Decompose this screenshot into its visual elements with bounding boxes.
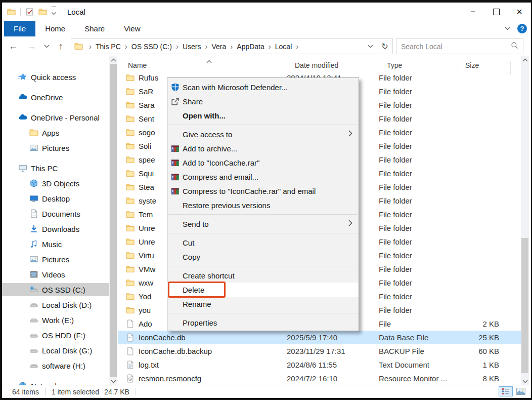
menu-item-restore-previous-versions[interactable]: Restore previous versions xyxy=(167,198,359,212)
sidebar-item-os-ssd-c[interactable]: OS SSD (C:) xyxy=(2,283,109,296)
file-type: File folder xyxy=(379,251,450,260)
large-icons-view-button[interactable] xyxy=(514,386,528,396)
forward-button[interactable]: → xyxy=(24,36,38,56)
tab-view[interactable]: View xyxy=(114,21,150,36)
sidebar-item-os-hdd-f[interactable]: OS HDD (F:) xyxy=(2,329,109,342)
tab-share[interactable]: Share xyxy=(75,21,114,36)
close-button[interactable]: × xyxy=(508,3,531,21)
sidebar-scrollbar-thumb[interactable] xyxy=(110,64,117,377)
sidebar-item-label: Local Disk (D:) xyxy=(42,301,92,309)
menu-item-cut[interactable]: Cut xyxy=(167,235,359,250)
sidebar-item-desktop[interactable]: Desktop xyxy=(2,192,109,205)
address-dropdown-chevron-icon[interactable] xyxy=(364,39,377,53)
drive-icon xyxy=(29,346,38,355)
menu-item-compress-and-email[interactable]: Compress and email... xyxy=(167,170,359,184)
folder-icon xyxy=(126,196,135,205)
column-header-size[interactable]: Size xyxy=(465,61,479,69)
back-button[interactable]: ← xyxy=(6,36,20,56)
menu-item-give-access-to[interactable]: Give access to xyxy=(167,127,359,141)
qat-customize-chevron-icon[interactable] xyxy=(52,7,56,17)
downloads-icon xyxy=(29,224,38,233)
file-type: File folder xyxy=(379,292,450,301)
file-row-iconcache-db[interactable]: IconCache.db 2025/5/9 17:40 Data Base Fi… xyxy=(118,331,521,344)
recent-locations-chevron-icon[interactable] xyxy=(41,36,52,56)
search-icon[interactable] xyxy=(511,42,518,51)
scroll-down-icon[interactable] xyxy=(521,377,529,385)
scroll-up-icon[interactable] xyxy=(521,56,529,64)
menu-item-open-with[interactable]: Open with... xyxy=(167,108,359,123)
sidebar-item-software-h[interactable]: software (H:) xyxy=(2,359,109,372)
menu-item-copy[interactable]: Copy xyxy=(167,250,359,264)
onedrive-cloud-icon xyxy=(18,93,27,102)
menu-item-add-to-archive[interactable]: Add to archive... xyxy=(167,141,359,155)
sidebar-item-onedrive-personal[interactable]: OneDrive - Personal xyxy=(2,111,109,124)
up-button[interactable]: ↑ xyxy=(54,36,68,56)
sidebar-item-apps[interactable]: Apps xyxy=(2,126,109,139)
file-size: 1 KB xyxy=(450,361,502,369)
submenu-arrow-icon xyxy=(348,219,352,228)
file-list-scrollbar-thumb[interactable] xyxy=(521,238,528,373)
file-type: File folder xyxy=(379,169,450,178)
file-type: File folder xyxy=(379,224,450,232)
menu-item-properties[interactable]: Properties xyxy=(167,315,359,330)
qat-folder-icon[interactable] xyxy=(38,8,47,16)
tab-home[interactable]: Home xyxy=(35,21,75,36)
sidebar-item-documents[interactable]: Documents xyxy=(2,207,109,220)
search-box[interactable]: Search Local xyxy=(396,38,523,54)
sidebar-item-label: Music xyxy=(42,240,62,249)
tab-file[interactable]: File xyxy=(4,21,35,36)
menu-item-create-shortcut[interactable]: Create shortcut xyxy=(167,268,359,283)
sidebar-item-this-pc[interactable]: This PC xyxy=(2,162,109,175)
details-view-button[interactable] xyxy=(499,386,513,396)
sidebar-scrollbar[interactable] xyxy=(109,56,117,385)
address-bar[interactable]: › This PC›OS SSD (C:)›Users›Vera›AppData… xyxy=(71,38,393,54)
sidebar-item-quick-access[interactable]: Quick access xyxy=(2,70,109,84)
menu-separator xyxy=(168,125,358,125)
breadcrumb-item-local[interactable]: Local xyxy=(274,43,293,51)
breadcrumb-item-this-pc[interactable]: This PC xyxy=(95,43,122,51)
menu-item-send-to[interactable]: Send to xyxy=(167,217,359,231)
sidebar-item-3d-objects[interactable]: 3D Objects xyxy=(2,177,109,190)
file-row-iconcache-db-backup[interactable]: IconCache.db.backup 2023/11/29 17:31 BAC… xyxy=(118,344,521,358)
menu-item-delete[interactable]: Delete xyxy=(167,283,359,297)
file-row-log-txt[interactable]: log.txt 2024/8/6 11:55 Text Document 1 K… xyxy=(118,358,521,372)
menu-item-compress-to-iconcache-rar-and-email[interactable]: Compress to "IconCache.rar" and email xyxy=(167,184,359,198)
maximize-button[interactable] xyxy=(484,3,508,21)
minimize-button[interactable]: − xyxy=(461,3,484,21)
sidebar-item-pictures[interactable]: Pictures xyxy=(2,141,109,154)
breadcrumb-item-vera[interactable]: Vera xyxy=(210,43,227,51)
menu-item-add-to-iconcache-rar[interactable]: Add to "IconCache.rar" xyxy=(167,155,359,170)
refresh-icon[interactable]: ↻ xyxy=(377,39,392,53)
column-header-date[interactable]: Date modified xyxy=(295,61,338,69)
qat-checkbox-icon[interactable] xyxy=(25,8,34,16)
sidebar-item-music[interactable]: Music xyxy=(2,237,109,251)
sidebar-item-local-disk-g[interactable]: Local Disk (G:) xyxy=(2,344,109,357)
sidebar-item-local-disk-d[interactable]: Local Disk (D:) xyxy=(2,298,109,311)
sidebar-item-pictures[interactable]: Pictures xyxy=(2,253,109,266)
breadcrumb-item-users[interactable]: Users xyxy=(182,43,202,51)
search-input[interactable]: Search Local xyxy=(396,43,511,51)
winrar-icon xyxy=(171,187,180,195)
folder-icon xyxy=(126,278,135,287)
column-header-name[interactable]: Name xyxy=(128,61,147,69)
file-list-scrollbar[interactable] xyxy=(521,56,529,385)
file-type: File folder xyxy=(379,87,450,96)
sidebar-item-onedrive[interactable]: OneDrive xyxy=(2,91,109,104)
menu-item-share[interactable]: Share xyxy=(167,94,359,108)
scroll-up-icon[interactable] xyxy=(109,56,117,64)
sidebar-item-work-e[interactable]: Work (E:) xyxy=(2,313,109,327)
menu-item-scan-with-microsoft-defender[interactable]: Scan with Microsoft Defender... xyxy=(167,80,359,94)
sidebar-item-downloads[interactable]: Downloads xyxy=(2,222,109,235)
sidebar-item-videos[interactable]: Videos xyxy=(2,268,109,281)
file-date: 2024/8/6 11:55 xyxy=(287,361,379,369)
breadcrumb: This PC›OS SSD (C:)›Users›Vera›AppData›L… xyxy=(95,42,364,51)
column-header-type[interactable]: Type xyxy=(387,61,402,69)
help-button[interactable]: ? xyxy=(517,24,527,33)
breadcrumb-item-os-ssd-c[interactable]: OS SSD (C:) xyxy=(130,43,173,51)
breadcrumb-item-appdata[interactable]: AppData xyxy=(236,43,265,51)
ribbon-collapse-chevron-icon[interactable] xyxy=(505,27,510,30)
file-row-resmon-resmoncfg[interactable]: resmon.resmoncfg 2024/7/2 16:10 Resource… xyxy=(118,372,521,385)
scroll-down-icon[interactable] xyxy=(109,377,117,385)
menu-item-rename[interactable]: Rename xyxy=(167,297,359,311)
folder-icon xyxy=(126,251,135,260)
